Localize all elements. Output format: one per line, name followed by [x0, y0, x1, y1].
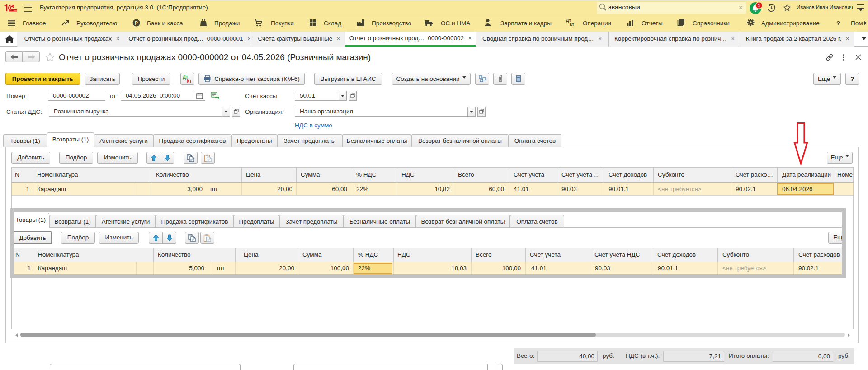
svg-text:1: 1 — [758, 3, 760, 8]
svg-text:Р: Р — [135, 20, 138, 26]
